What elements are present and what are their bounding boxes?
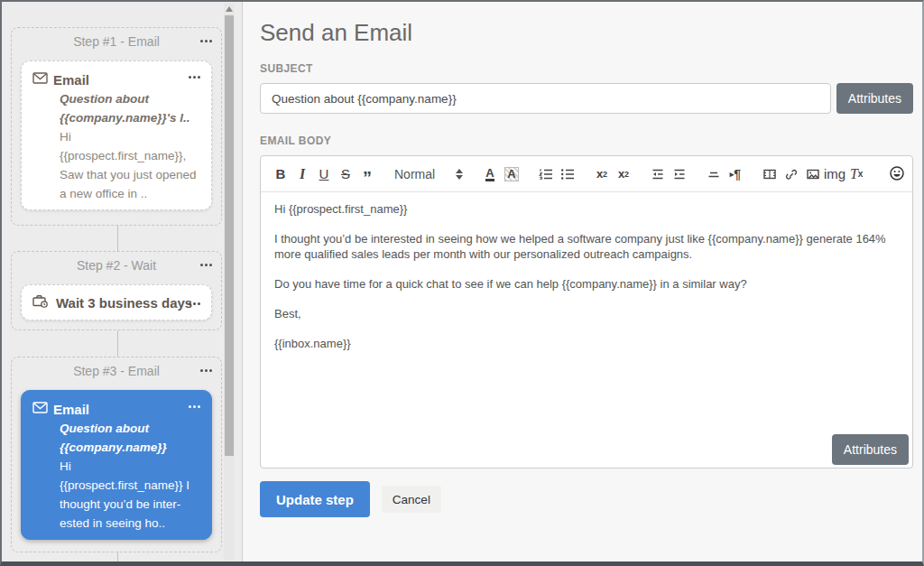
editor-paragraph: I thought you’d be interested in seeing …	[274, 231, 899, 262]
envelope-icon	[32, 71, 48, 88]
step-3-menu-icon[interactable]	[200, 369, 212, 372]
strikethrough-icon[interactable]: S	[335, 163, 356, 185]
email-body-label: EMAIL BODY	[260, 134, 913, 148]
email-editor-panel: Send an Email SUBJECT Attributes EMAIL B…	[243, 2, 922, 561]
align-icon[interactable]	[703, 163, 725, 185]
app-window: Step #1 - Email Email Question about {{c…	[0, 0, 924, 566]
step-3-container: Step #3 - Email Email Question about {{c…	[11, 357, 222, 552]
dropdown-arrows-icon	[456, 169, 463, 180]
step-1-card-menu-icon[interactable]	[189, 76, 200, 79]
emoji-picker-icon[interactable]	[889, 165, 905, 185]
step-2-title: Step #2 - Wait	[77, 258, 156, 273]
outdent-icon[interactable]	[647, 163, 669, 185]
editor-paragraph: Best,	[274, 306, 899, 321]
sequence-sidebar: Step #1 - Email Email Question about {{c…	[2, 2, 243, 561]
italic-icon[interactable]: I	[291, 163, 313, 185]
clean-format-icon[interactable]: Tx	[845, 163, 867, 185]
step-3-email-card-selected[interactable]: Email Question about {{company.name}} Hi…	[21, 390, 212, 540]
update-step-button[interactable]: Update step	[260, 481, 370, 517]
body-attributes-button[interactable]: Attributes	[832, 434, 909, 465]
body-preview-line: Hi	[60, 127, 200, 146]
wait-card-label: Wait 3 business days	[56, 295, 192, 311]
body-preview-line: thought you’d be inter-	[60, 495, 200, 514]
underline-icon[interactable]: U	[313, 163, 335, 185]
text-color-icon[interactable]: A	[485, 167, 494, 181]
background-color-icon[interactable]: A	[504, 167, 518, 181]
step-connector	[117, 226, 118, 251]
step-3-header: Step #3 - Email	[12, 357, 221, 385]
format-dropdown[interactable]: Normal	[394, 167, 463, 181]
subject-attributes-button[interactable]: Attributes	[836, 83, 913, 114]
format-dropdown-value: Normal	[394, 167, 435, 181]
editor-paragraph: Do you have time for a quick chat to see…	[274, 276, 899, 292]
body-preview-line: Saw that you just opened	[60, 165, 200, 184]
subject-label: SUBJECT	[260, 61, 913, 76]
step-2-card-menu-icon[interactable]	[189, 302, 200, 305]
body-preview-line: Hi	[60, 457, 200, 476]
subscript-icon[interactable]: x2	[591, 163, 613, 185]
card-type-label: Email	[53, 72, 89, 88]
rich-text-editor: B I U S ” Normal A A	[260, 155, 913, 469]
img-button[interactable]: img	[824, 163, 845, 185]
subject-input[interactable]	[260, 83, 831, 114]
step-1-menu-icon[interactable]	[200, 40, 212, 42]
step-connector	[117, 330, 118, 357]
email-body-editor[interactable]: Hi {{prospect.first_name}} I thought you…	[261, 192, 912, 427]
step-1-email-card[interactable]: Email Question about {{company.name}}'s …	[21, 60, 212, 210]
editor-paragraph: {{inbox.name}}	[274, 336, 899, 351]
blockquote-icon[interactable]: ”	[356, 163, 378, 185]
editor-paragraph: Hi {{prospect.first_name}}	[274, 201, 899, 217]
subject-preview-line: {{company.name}}	[60, 438, 200, 457]
step-3-title: Step #3 - Email	[73, 364, 160, 378]
scrollbar-thumb[interactable]	[225, 15, 234, 456]
indent-icon[interactable]	[669, 163, 690, 185]
step-2-header: Step #2 - Wait	[12, 252, 221, 279]
sidebar-scrollbar[interactable]	[224, 3, 235, 561]
body-preview-line: ested in seeing ho..	[60, 514, 200, 533]
scrollbar-up-arrow-icon[interactable]	[226, 6, 233, 12]
cancel-button[interactable]: Cancel	[382, 486, 441, 513]
subject-preview-line: Question about	[60, 89, 200, 108]
editor-toolbar: B I U S ” Normal A A	[261, 156, 912, 192]
briefcase-clock-icon	[32, 294, 49, 311]
step-1-title: Step #1 - Email	[73, 34, 160, 49]
envelope-icon	[32, 401, 48, 417]
step-2-wait-card[interactable]: Wait 3 business days	[21, 284, 212, 320]
page-title: Send an Email	[260, 16, 913, 49]
image-icon[interactable]	[802, 163, 824, 185]
body-preview-line: {{prospect.first_name}},	[60, 146, 200, 165]
step-1-header: Step #1 - Email	[12, 28, 221, 55]
text-direction-icon[interactable]: ▸¶	[725, 163, 746, 185]
body-preview-line: a new office in ..	[60, 184, 200, 203]
step-3-card-menu-icon[interactable]	[189, 405, 200, 408]
subject-preview-line: Question about	[60, 419, 200, 438]
body-preview-line: {{prospect.first_name}} I	[60, 476, 200, 495]
subject-preview-line: {{company.name}}'s l..	[60, 108, 200, 127]
superscript-icon[interactable]: x2	[613, 163, 634, 185]
ordered-list-icon[interactable]	[535, 163, 557, 185]
step-1-container: Step #1 - Email Email Question about {{c…	[11, 27, 222, 226]
video-icon[interactable]	[759, 163, 781, 185]
bullet-list-icon[interactable]	[557, 163, 578, 185]
link-icon[interactable]	[781, 163, 802, 185]
card-type-label: Email	[53, 402, 89, 417]
step-2-menu-icon[interactable]	[200, 264, 212, 266]
bold-icon[interactable]: B	[270, 163, 291, 185]
step-2-container: Step #2 - Wait Wait 3 business days	[11, 251, 222, 330]
step-connector	[117, 552, 118, 561]
